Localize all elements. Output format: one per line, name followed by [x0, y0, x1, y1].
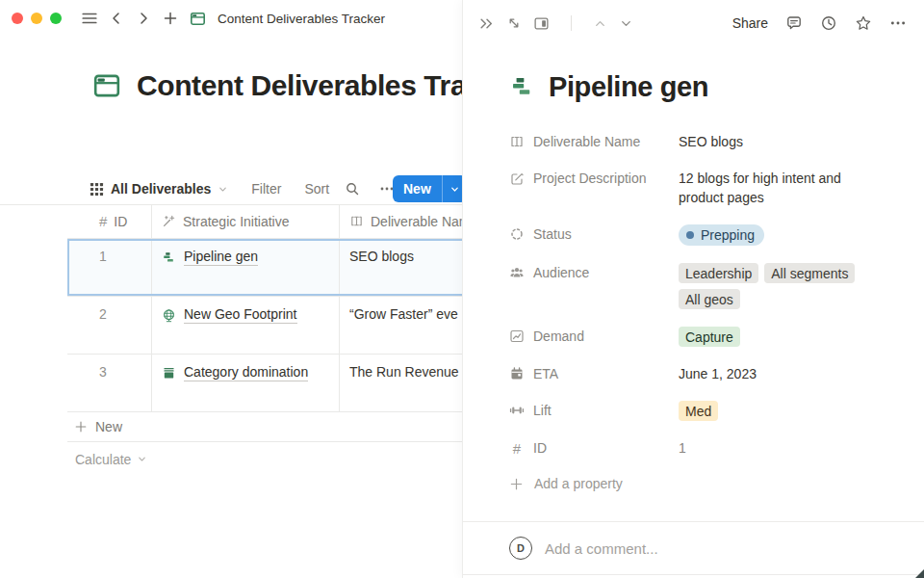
property-value[interactable]: 1 [679, 438, 899, 458]
nav-forward-button[interactable] [131, 6, 156, 31]
wand-icon [162, 214, 176, 228]
property-label[interactable]: Status [509, 224, 679, 244]
status-dot [686, 231, 694, 239]
property-label[interactable]: Project Description [509, 169, 679, 188]
column-header-strategic-initiative[interactable]: Strategic Initiative [152, 204, 340, 238]
status-pill[interactable]: Prepping [679, 224, 764, 246]
side-peek-mode-button[interactable] [533, 15, 550, 32]
comment-bubble-icon [785, 14, 803, 32]
cell-strategic-initiative[interactable]: New Geo Footprint [152, 297, 340, 354]
property-value[interactable]: Prepping [679, 224, 899, 246]
open-full-page-button[interactable] [506, 15, 522, 31]
tag[interactable]: Med [679, 401, 718, 421]
property-value[interactable]: 12 blogs for high intent and product pag… [679, 169, 861, 207]
close-peek-button[interactable] [478, 15, 495, 32]
property-value[interactable]: Med [679, 401, 899, 421]
new-tab-button[interactable] [158, 6, 183, 31]
peek-title-row: Pipeline gen [509, 71, 899, 103]
property-value[interactable]: Capture [679, 327, 899, 347]
sort-button[interactable]: Sort [304, 181, 329, 197]
panel-header-left [478, 15, 633, 32]
window-controls [12, 13, 62, 24]
calendar-property-icon [509, 366, 525, 381]
table-view-icon [90, 182, 104, 197]
favorite-button[interactable] [855, 14, 872, 32]
property-lift: Lift Med [509, 392, 899, 430]
plus-icon [74, 420, 88, 434]
dumbbell-property-icon [509, 403, 525, 418]
cell-id[interactable]: 2 [67, 297, 152, 354]
page-link-pipeline-gen[interactable]: Pipeline gen [162, 249, 258, 266]
comments-button[interactable] [785, 14, 803, 32]
property-label[interactable]: Lift [509, 401, 679, 420]
chevron-down-icon [218, 184, 228, 195]
updates-button[interactable] [820, 14, 837, 32]
chevron-left-icon [109, 11, 124, 26]
window-title: Content Deliverables Tracker [218, 12, 385, 26]
property-label[interactable]: Audience [509, 263, 679, 282]
page-table-icon [92, 71, 121, 100]
zoom-window-button[interactable] [50, 13, 62, 24]
search-button[interactable] [341, 177, 364, 200]
next-record-button[interactable] [619, 16, 633, 31]
tag[interactable]: All geos [679, 289, 740, 309]
property-status: Status Prepping [509, 216, 899, 254]
notion-app-window: Content Deliverables Tracker Content Del… [0, 0, 924, 578]
property-label[interactable]: Demand [509, 327, 679, 346]
property-label[interactable]: ETA [509, 364, 679, 383]
property-label[interactable]: # ID [509, 438, 679, 458]
property-id: # ID 1 [509, 430, 899, 466]
chevron-right-icon [136, 11, 151, 26]
cell-strategic-initiative[interactable]: Pipeline gen [152, 239, 340, 296]
page-table-icon [185, 6, 210, 31]
ellipsis-icon [889, 14, 907, 32]
sidebar-menu-button[interactable] [77, 6, 102, 31]
property-value[interactable]: Leadership All segments All geos [679, 263, 899, 309]
bars-page-icon [509, 74, 535, 100]
status-property-icon [509, 226, 525, 242]
page-link-new-geo-footprint[interactable]: New Geo Footprint [162, 306, 297, 324]
tag[interactable]: All segments [764, 263, 855, 283]
edit-property-icon [509, 171, 525, 186]
header-divider [571, 15, 572, 31]
view-name-label: All Deliverables [111, 181, 211, 197]
property-label[interactable]: Deliverable Name [509, 132, 679, 151]
minimize-window-button[interactable] [31, 13, 42, 24]
property-eta: ETA June 1, 2023 [509, 355, 899, 392]
view-tab-all-deliverables[interactable]: All Deliverables [90, 181, 228, 197]
previous-record-button[interactable] [593, 16, 607, 31]
new-record-label[interactable]: New [393, 175, 442, 202]
property-value[interactable]: SEO blogs [679, 132, 899, 151]
page-link-category-domination[interactable]: Category domination [162, 364, 308, 381]
page-title-row: Content Deliverables Tracker [92, 69, 524, 102]
window-resize-corner [915, 569, 924, 578]
peek-page-title[interactable]: Pipeline gen [549, 71, 708, 103]
tag[interactable]: Capture [679, 327, 740, 347]
tag[interactable]: Leadership [679, 263, 758, 283]
close-window-button[interactable] [12, 13, 23, 24]
column-header-id[interactable]: # ID [67, 204, 152, 238]
new-row-label: New [95, 419, 122, 434]
property-demand: Demand Capture [509, 318, 899, 355]
new-record-button[interactable]: New [393, 175, 467, 202]
nav-back-button[interactable] [104, 6, 129, 31]
tag-list: Leadership All segments All geos [679, 263, 871, 309]
hash-icon: # [509, 441, 525, 456]
calculate-label: Calculate [75, 452, 131, 467]
property-deliverable-name: Deliverable Name SEO blogs [509, 123, 899, 160]
more-options-button[interactable] [889, 14, 907, 32]
panel-body: Pipeline gen Deliverable Name SEO blogs … [463, 71, 924, 501]
cell-id[interactable]: 1 [67, 239, 152, 296]
cell-strategic-initiative[interactable]: Category domination [152, 355, 340, 411]
property-value[interactable]: June 1, 2023 [679, 364, 899, 383]
cell-id[interactable]: 3 [67, 355, 152, 411]
filter-button[interactable]: Filter [251, 181, 281, 197]
comment-input[interactable]: Add a comment... [545, 540, 658, 557]
text-property-icon [509, 134, 525, 149]
chevron-up-icon [593, 16, 607, 31]
plus-icon [163, 11, 178, 26]
share-button[interactable]: Share [732, 15, 768, 31]
panel-header-right: Share [732, 14, 907, 32]
chevron-down-icon [619, 16, 633, 31]
add-property-button[interactable]: Add a property [509, 466, 899, 501]
